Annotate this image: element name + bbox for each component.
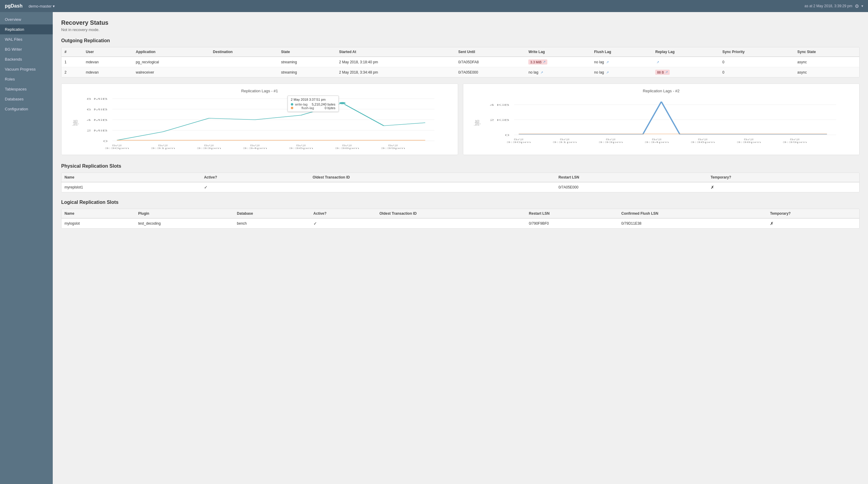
svg-text:5/2: 5/2 bbox=[698, 138, 708, 141]
flush-lag-chart-icon[interactable]: ↗ bbox=[606, 60, 609, 64]
sidebar-item-vacuum-progress[interactable]: Vacuum Progress bbox=[0, 64, 53, 74]
sidebar-item-wal-files[interactable]: WAL Files bbox=[0, 34, 53, 44]
logical-slots-table: Name Plugin Database Active? Oldest Tran… bbox=[61, 209, 859, 228]
cell-sent-until: 0/7A05E000 bbox=[455, 67, 525, 78]
col-state: State bbox=[278, 47, 336, 57]
replay-lag-chart-link[interactable]: ↗ bbox=[665, 70, 668, 74]
chart2-svg: 4 KiB 2 KiB 0 5/2 3:30pm 5/2 3:31pm 5/2 bbox=[468, 96, 855, 150]
col-sent-until: Sent Until bbox=[455, 47, 525, 57]
svg-text:5/2: 5/2 bbox=[250, 144, 260, 147]
chart2-box: Replication Lags - #2 4 KiB 2 KiB 0 bbox=[463, 84, 860, 155]
physical-slots-table: Name Active? Oldest Transaction ID Resta… bbox=[61, 173, 859, 192]
svg-text:5/2: 5/2 bbox=[296, 144, 306, 147]
cell-num: 1 bbox=[61, 57, 83, 67]
table-row: 1 mdevan pg_recvlogical streaming 2 May … bbox=[61, 57, 859, 67]
sidebar-item-tablespaces[interactable]: Tablespaces bbox=[0, 84, 53, 94]
col-flush-lag: Flush Lag bbox=[591, 47, 652, 57]
svg-text:0: 0 bbox=[103, 140, 107, 143]
cell-ls-confirmed-flush: 0/79D11E38 bbox=[618, 218, 767, 228]
header-dropdown-icon[interactable]: ▾ bbox=[861, 4, 863, 8]
logical-slots-header: Name Plugin Database Active? Oldest Tran… bbox=[61, 209, 859, 218]
recovery-status-section: Recovery Status Not in recovery mode. bbox=[61, 19, 860, 32]
cell-write-lag: 3.3 MiB ↗ bbox=[525, 57, 591, 67]
cell-destination bbox=[210, 57, 278, 67]
timestamp: as at 2 May 2018, 3:39:29 pm bbox=[804, 4, 852, 8]
sidebar-item-databases[interactable]: Databases bbox=[0, 94, 53, 104]
layout: Overview Replication WAL Files BG Writer… bbox=[0, 12, 868, 484]
x-icon-ls: ✗ bbox=[770, 221, 774, 226]
write-lag-chart-icon2[interactable]: ↗ bbox=[540, 70, 543, 74]
gear-icon[interactable]: ⚙ bbox=[855, 3, 859, 9]
outgoing-replication-table: # User Application Destination State Sta… bbox=[61, 47, 859, 77]
cell-started-at: 2 May 2018, 3:18:40 pm bbox=[336, 57, 456, 67]
cell-ls-active: ✓ bbox=[310, 218, 376, 228]
chart-link-icon[interactable]: ↗ bbox=[543, 60, 546, 64]
logical-slots-title: Logical Replication Slots bbox=[61, 200, 860, 205]
cell-ls-database: bench bbox=[234, 218, 310, 228]
svg-text:3:31pm: 3:31pm bbox=[151, 147, 175, 150]
cell-flush-lag: no lag ↗ bbox=[591, 67, 652, 78]
svg-text:5/2: 5/2 bbox=[388, 144, 398, 147]
col-ls-restart-lsn: Restart LSN bbox=[526, 209, 618, 218]
sidebar-item-overview[interactable]: Overview bbox=[0, 14, 53, 24]
chart1-box: Replication Lags - #1 2 May 2018 3:37:51… bbox=[61, 84, 458, 155]
svg-text:3:36pm: 3:36pm bbox=[289, 147, 313, 150]
replay-lag-badge: 88 B ↗ bbox=[655, 70, 670, 75]
db-selector[interactable]: demo-master ▾ bbox=[29, 4, 55, 8]
sidebar-item-backends[interactable]: Backends bbox=[0, 54, 53, 64]
col-ps-oldest-txid: Oldest Transaction ID bbox=[310, 173, 555, 182]
recovery-status-subtitle: Not in recovery mode. bbox=[61, 27, 860, 32]
col-sync-priority: Sync Priority bbox=[719, 47, 795, 57]
outgoing-replication-header-row: # User Application Destination State Sta… bbox=[61, 47, 859, 57]
sidebar-item-configuration[interactable]: Configuration bbox=[0, 104, 53, 114]
physical-slots-table-container: Name Active? Oldest Transaction ID Resta… bbox=[61, 173, 860, 192]
cell-sync-priority: 0 bbox=[719, 67, 795, 78]
cell-ps-active: ✓ bbox=[201, 182, 310, 192]
outgoing-replication-section: Outgoing Replication # User Application … bbox=[61, 38, 860, 78]
cell-ls-temporary: ✗ bbox=[767, 218, 859, 228]
svg-text:5/2: 5/2 bbox=[744, 138, 754, 141]
db-name: demo-master bbox=[29, 4, 52, 8]
svg-text:3:39pm: 3:39pm bbox=[381, 147, 405, 150]
cell-ps-restart-lsn: 0/7A05E000 bbox=[555, 182, 708, 192]
sidebar-item-replication[interactable]: Replication bbox=[0, 24, 53, 34]
svg-text:5/2: 5/2 bbox=[652, 138, 662, 141]
chart1-area: 2 May 2018 3:37:51 pm write-lag 5,210,24… bbox=[66, 96, 453, 150]
sidebar-item-bg-writer[interactable]: BG Writer bbox=[0, 44, 53, 54]
col-application: Application bbox=[133, 47, 210, 57]
col-ls-plugin: Plugin bbox=[135, 209, 234, 218]
cell-num: 2 bbox=[61, 67, 83, 78]
cell-write-lag: no lag ↗ bbox=[525, 67, 591, 78]
table-row: myreplslot1 ✓ 0/7A05E000 ✗ bbox=[61, 182, 859, 192]
cell-ls-oldest-txid bbox=[376, 218, 526, 228]
logical-slots-table-container: Name Plugin Database Active? Oldest Tran… bbox=[61, 209, 860, 229]
physical-slots-title: Physical Replication Slots bbox=[61, 163, 860, 169]
cell-ps-oldest-txid bbox=[310, 182, 555, 192]
col-destination: Destination bbox=[210, 47, 278, 57]
cell-ps-temporary: ✗ bbox=[708, 182, 859, 192]
svg-text:3:34pm: 3:34pm bbox=[644, 141, 669, 144]
table-row: 2 mdevan walreceiver streaming 2 May 201… bbox=[61, 67, 859, 78]
svg-text:3:39pm: 3:39pm bbox=[782, 141, 807, 144]
table-row: mylogslot test_decoding bench ✓ 0/790F9B… bbox=[61, 218, 859, 228]
flush-lag-chart-icon2[interactable]: ↗ bbox=[606, 70, 609, 74]
write-lag-badge: 3.3 MiB ↗ bbox=[528, 59, 547, 64]
svg-text:3:38pm: 3:38pm bbox=[736, 141, 761, 144]
cell-user: mdevan bbox=[83, 67, 133, 78]
cell-ls-plugin: test_decoding bbox=[135, 218, 234, 228]
charts-row: Replication Lags - #1 2 May 2018 3:37:51… bbox=[61, 84, 860, 155]
svg-text:3:36pm: 3:36pm bbox=[690, 141, 715, 144]
svg-text:0: 0 bbox=[505, 133, 509, 137]
svg-text:bytes: bytes bbox=[71, 120, 79, 125]
replay-lag-chart-icon[interactable]: ↗ bbox=[656, 60, 659, 64]
cell-started-at: 2 May 2018, 3:34:48 pm bbox=[336, 67, 456, 78]
cell-state: streaming bbox=[278, 67, 336, 78]
svg-text:5/2: 5/2 bbox=[158, 144, 168, 147]
svg-text:5/2: 5/2 bbox=[606, 138, 616, 141]
sidebar-item-roles[interactable]: Roles bbox=[0, 74, 53, 84]
cell-sent-until: 0/7A05DFA8 bbox=[455, 57, 525, 67]
col-ls-database: Database bbox=[234, 209, 310, 218]
col-user: User bbox=[83, 47, 133, 57]
physical-slots-section: Physical Replication Slots Name Active? … bbox=[61, 163, 860, 192]
cell-flush-lag: no lag ↗ bbox=[591, 57, 652, 67]
